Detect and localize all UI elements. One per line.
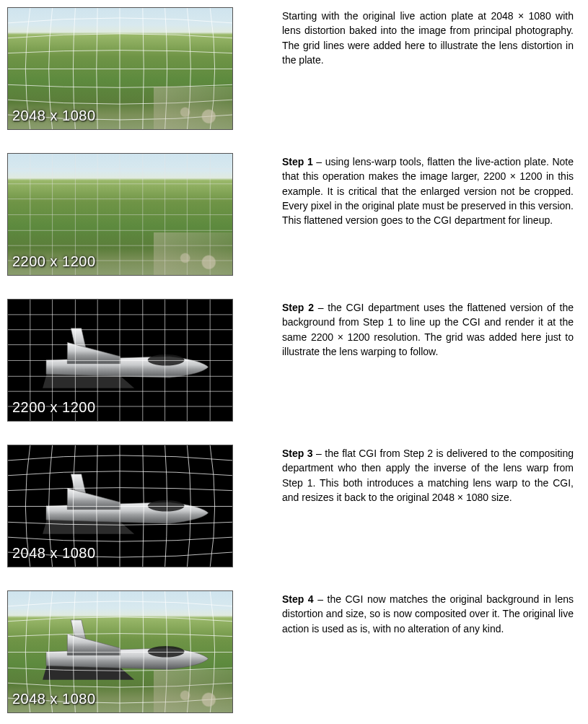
jet-icon xyxy=(26,613,214,691)
step-image-composite: 2048 x 1080 xyxy=(7,590,233,713)
step-image-cgi-warped: 2048 x 1080 xyxy=(7,445,233,567)
resolution-label: 2048 x 1080 xyxy=(12,543,96,564)
step-label: Step 1 xyxy=(282,156,313,167)
step-text: Starting with the original live action p… xyxy=(282,10,574,66)
jet-icon xyxy=(26,467,214,545)
step-text: – the flat CGI from Step 2 is delivered … xyxy=(282,448,574,503)
step-description: Step 3 – the flat CGI from Step 2 is del… xyxy=(282,445,574,505)
svg-marker-38 xyxy=(67,489,120,510)
step-text: – the CGI department uses the flattened … xyxy=(282,302,574,357)
svg-point-39 xyxy=(148,500,185,512)
step-label: Step 2 xyxy=(282,302,314,313)
step-description: Step 4 – the CGI now matches the origina… xyxy=(282,590,574,636)
step-image-flat: 2200 x 1200 xyxy=(7,153,233,276)
step-label: Step 4 xyxy=(282,593,314,605)
svg-point-19 xyxy=(148,354,185,366)
resolution-label: 2048 x 1080 xyxy=(12,689,96,710)
step-row: 2048 x 1080 Starting with the original l… xyxy=(7,7,574,130)
resolution-label: 2200 x 1200 xyxy=(12,251,96,272)
step-label: Step 3 xyxy=(282,448,313,459)
jet-icon xyxy=(26,321,214,399)
svg-marker-42 xyxy=(67,634,120,655)
svg-marker-18 xyxy=(67,343,120,364)
step-row: 2200 x 1200 Step 1 – using lens-warp too… xyxy=(7,153,574,276)
step-image-original: 2048 x 1080 xyxy=(7,7,233,130)
resolution-label: 2048 x 1080 xyxy=(12,105,96,126)
step-image-cgi-flat: 2200 x 1200 xyxy=(7,299,233,422)
svg-point-43 xyxy=(148,646,185,658)
step-row: 2048 x 1080 Step 3 – the flat CGI from S… xyxy=(7,445,574,567)
resolution-label: 2200 x 1200 xyxy=(12,397,96,418)
step-text: – the CGI now matches the original backg… xyxy=(282,593,574,634)
step-description: Step 2 – the CGI department uses the fla… xyxy=(282,299,574,359)
step-text: – using lens-warp tools, flatten the liv… xyxy=(282,156,574,226)
step-description: Starting with the original live action p… xyxy=(282,7,574,67)
step-row: 2200 x 1200 Step 2 – the CGI department … xyxy=(7,299,574,422)
step-description: Step 1 – using lens-warp tools, flatten … xyxy=(282,153,574,227)
step-row: 2048 x 1080 Step 4 – the CGI now matches… xyxy=(7,590,574,713)
